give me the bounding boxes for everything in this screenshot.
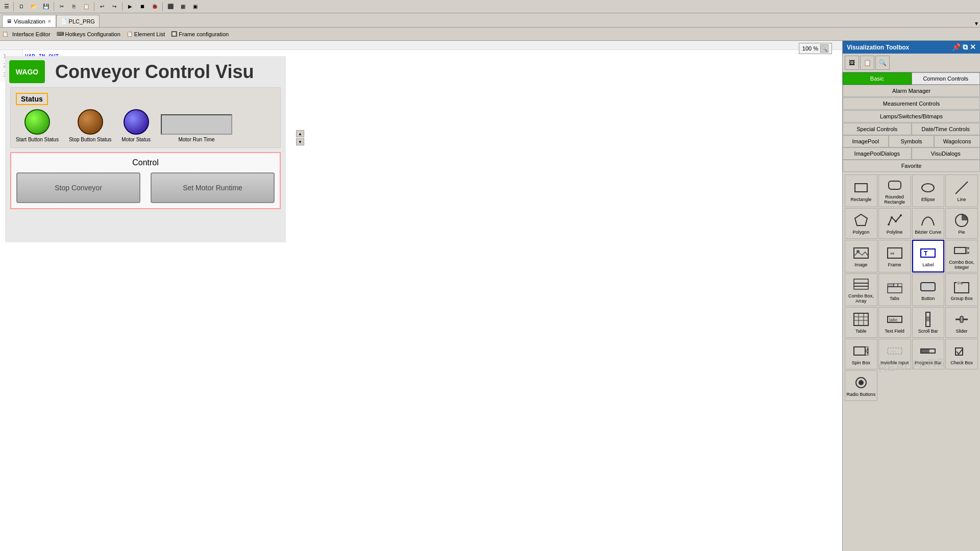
plc-prg-icon: 📄: [61, 18, 67, 24]
toolbar-btn-cut[interactable]: ✂: [56, 1, 67, 12]
tool-bezier-label: Bézier Curve: [915, 230, 941, 235]
tabs-icon: [887, 279, 903, 295]
motor-run-time-label: Motor Run Time: [178, 137, 214, 142]
tool-invisible-input[interactable]: --- Invisible Input: [878, 339, 911, 369]
toolbar-btn-paste[interactable]: 📋: [81, 1, 92, 12]
tool-image[interactable]: Image: [845, 240, 877, 272]
toolbar-btn-debug[interactable]: 🐞: [149, 1, 160, 12]
category-favorite[interactable]: Favorite: [843, 160, 980, 172]
toolbar-btn-save[interactable]: 💾: [40, 1, 52, 12]
svg-rect-25: [888, 287, 902, 293]
status-items: Start Button Status Stop Button Status M…: [16, 109, 275, 142]
tool-combo-box-array[interactable]: Combo Box, Array: [845, 273, 877, 306]
tool-table[interactable]: Table: [845, 307, 877, 338]
toolbox-restore-icon[interactable]: ⧉: [963, 43, 968, 52]
toolbox-icon-btn-2[interactable]: 📋: [860, 56, 874, 70]
category-wagoicons[interactable]: WagoIcons: [934, 135, 980, 147]
category-alarm-manager[interactable]: Alarm Manager: [843, 85, 980, 97]
category-symbols[interactable]: Symbols: [889, 135, 935, 147]
tool-frame[interactable]: ⇔ Frame: [878, 240, 911, 272]
category-row-1: Special Controls Date/Time Controls: [843, 123, 980, 135]
category-visu-dialogs[interactable]: VisuDialogs: [912, 147, 981, 160]
toolbar-btn-copy[interactable]: ⎘: [68, 1, 80, 12]
toolbox-icons-row: 🖼 📋 🔍: [843, 54, 980, 72]
scroll-down-btn[interactable]: ▼: [296, 138, 304, 145]
motor-run-time: Motor Run Time: [161, 114, 232, 142]
tool-combo-box-integer[interactable]: ▼ Combo Box, Integer: [945, 240, 978, 272]
set-motor-runtime-button[interactable]: Set Motor Runtime: [151, 172, 275, 203]
toolbar-btn-align-left[interactable]: ⬛: [165, 1, 176, 12]
scroll-up-btn[interactable]: ▲: [296, 130, 304, 137]
tab-visualization-close[interactable]: ✕: [47, 19, 52, 24]
submenu-hotkeys[interactable]: ⌨ Hotkeys Configuration: [55, 30, 122, 38]
tool-rounded-rectangle[interactable]: Rounded Rectangle: [878, 174, 911, 207]
zoom-value: 100 %: [802, 45, 818, 52]
toolbox-icon-btn-3[interactable]: 🔍: [875, 56, 890, 70]
tab-visualization[interactable]: 🖥 Visualization ✕: [2, 15, 56, 27]
tool-radio-buttons[interactable]: Radio Buttons: [845, 370, 877, 401]
menu-icon[interactable]: ☰: [2, 3, 11, 10]
submenu: 📋 Interface Editor ⌨ Hotkeys Configurati…: [0, 28, 980, 41]
hotkeys-icon: ⌨: [57, 31, 64, 37]
tool-tabs[interactable]: Tabs: [878, 273, 911, 306]
toolbar-btn-undo[interactable]: ↩: [96, 1, 108, 12]
submenu-element-list[interactable]: 📋 Element List: [125, 30, 167, 38]
tool-progress-bar[interactable]: Progress Bar: [912, 339, 945, 369]
tool-slider[interactable]: Slider: [945, 307, 978, 338]
toolbar-btn-redo[interactable]: ↪: [109, 1, 120, 12]
svg-text:|abc: |abc: [889, 317, 898, 322]
toolbox-pin-icon[interactable]: 📌: [952, 43, 961, 52]
tab-btn-basic[interactable]: Basic: [843, 72, 912, 85]
stop-conveyor-button[interactable]: Stop Conveyor: [16, 172, 140, 203]
zoom-fit-btn[interactable]: 🔍: [820, 44, 828, 53]
category-special-controls[interactable]: Special Controls: [843, 123, 912, 135]
frame-icon: ⇔: [887, 245, 903, 261]
tool-scroll-bar[interactable]: Scroll Bar: [912, 307, 945, 338]
tool-label-label: Label: [922, 262, 934, 267]
toolbar-btn-align-center[interactable]: ▦: [177, 1, 188, 12]
tool-bezier-curve[interactable]: Bézier Curve: [912, 208, 945, 239]
toolbar-btn-open[interactable]: 📂: [28, 1, 39, 12]
tool-polygon-label: Polygon: [853, 230, 870, 235]
tool-text-field[interactable]: |abc Text Field: [878, 307, 911, 338]
check-box-icon: [953, 343, 970, 359]
toolbox-close-icon[interactable]: ✕: [970, 43, 976, 52]
category-imagepool-dialogs[interactable]: ImagePoolDialogs: [843, 147, 912, 160]
tool-group-box[interactable]: Grp Group Box: [945, 273, 978, 306]
tool-image-label: Image: [854, 262, 867, 267]
svg-rect-40: [960, 316, 963, 322]
category-imagepool[interactable]: ImagePool: [843, 135, 889, 147]
category-lamps-switches[interactable]: Lamps/Switches/Bitmaps: [843, 110, 980, 122]
submenu-interface-editor[interactable]: Interface Editor: [10, 30, 53, 38]
tool-line[interactable]: Line: [945, 174, 978, 207]
tool-spin-box[interactable]: ▲ ▼ Spin Box: [845, 339, 877, 369]
tool-button[interactable]: Button: [912, 273, 945, 306]
svg-text:▼: ▼: [966, 248, 970, 253]
toolbar-sep-1: [13, 2, 14, 11]
dropdown-btn[interactable]: ▾: [975, 20, 978, 27]
tab-plc-prg[interactable]: 📄 PLC_PRG: [56, 15, 100, 27]
tab-btn-common-controls[interactable]: Common Controls: [912, 72, 981, 85]
tool-polyline[interactable]: Polyline: [878, 208, 911, 239]
submenu-frame-config[interactable]: 🔲 Frame configuration: [169, 30, 231, 38]
svg-rect-41: [854, 347, 865, 355]
svg-rect-21: [854, 286, 868, 289]
tool-check-box[interactable]: Check Box: [945, 339, 978, 369]
toolbar-btn-build[interactable]: ▶: [125, 1, 136, 12]
tool-label[interactable]: T Label: [912, 240, 945, 272]
tool-pie[interactable]: Pie: [945, 208, 978, 239]
svg-text:T: T: [924, 250, 928, 257]
tool-ellipse[interactable]: Ellipse: [912, 174, 945, 207]
category-datetime-controls[interactable]: Date/Time Controls: [912, 123, 981, 135]
category-measurement-controls[interactable]: Measurement Controls: [843, 97, 980, 110]
toolbox-icon-btn-1[interactable]: 🖼: [845, 56, 859, 70]
toolbar-btn-align-right[interactable]: ▣: [189, 1, 201, 12]
tool-invisible-input-label: Invisible Input: [880, 360, 909, 365]
toolbar-btn-new[interactable]: 🗋: [16, 1, 27, 12]
motor-status: Motor Status: [121, 109, 151, 142]
tool-polygon[interactable]: Polygon: [845, 208, 877, 239]
submenu-element-list-label: Element List: [134, 31, 165, 37]
scroll-arrows: ▲ ▼: [296, 130, 304, 145]
toolbar-btn-stop[interactable]: ⏹: [137, 1, 148, 12]
tool-rectangle[interactable]: Rectangle: [845, 174, 877, 207]
